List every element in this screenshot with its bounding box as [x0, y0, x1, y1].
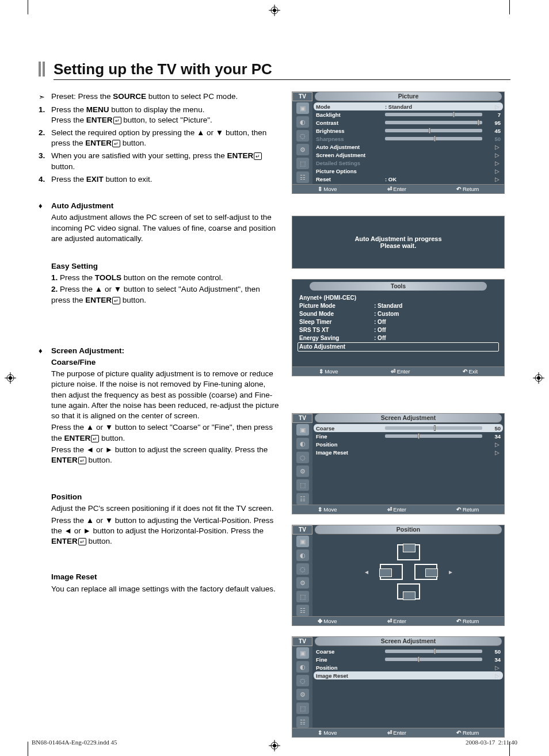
picture-icon: ▣	[296, 424, 309, 436]
setup-icon: ⚙	[296, 577, 309, 589]
osd-footer: ✥ Move ⏎ Enter ↶ Return	[292, 616, 504, 625]
app-icon: ☷	[296, 716, 309, 728]
step-number: 2.	[39, 128, 51, 148]
left-arrow-icon: ◂	[365, 568, 368, 576]
preset-line: Preset: Press the SOURCE button to selec…	[51, 91, 280, 102]
input-icon: ⬚	[296, 158, 309, 169]
osd-row: Backlight7	[316, 110, 501, 119]
position-down-icon	[397, 583, 420, 600]
step-text: Press the MENU button to display the men…	[51, 105, 280, 125]
osd-row: Contrast95	[316, 119, 501, 127]
osd-row: Image Reset▷	[314, 671, 503, 679]
position-para: Press the ▲ or ▼ button to adjusting the…	[51, 516, 280, 547]
position-right-icon	[414, 564, 437, 580]
tools-row: Sound Mode: Custom	[299, 310, 497, 318]
auto-adjustment-title: Auto Adjustment	[51, 201, 280, 211]
registration-mark-icon	[269, 5, 280, 16]
app-icon: ☷	[296, 171, 309, 183]
screen-adjustment-title: Screen Adjustment:	[51, 346, 280, 356]
sound-icon: ◐	[296, 661, 309, 673]
osd-row: Brightness45	[316, 127, 501, 135]
osd-title: Picture	[315, 92, 502, 101]
position-title: Position	[51, 492, 280, 502]
registration-mark-icon	[5, 372, 16, 384]
osd-row: Image Reset▷	[316, 448, 501, 456]
diamond-bullet-icon: ♦	[39, 201, 51, 245]
osd-row: Detailed Settings▷	[316, 159, 501, 167]
sound-icon: ◐	[296, 116, 309, 128]
page-title: Setting up the TV with your PC	[54, 60, 510, 80]
step-text: Select the required option by pressing t…	[51, 128, 280, 148]
screen-adjustment-para: Press the ◄ or ► button to adjust the sc…	[51, 445, 280, 465]
picture-icon: ▣	[296, 536, 309, 547]
tools-row: Auto Adjustment	[298, 342, 499, 352]
channel-icon: ◌	[296, 452, 309, 463]
enter-hint: ⏎ Enter	[387, 186, 406, 192]
osd-screen-adjustment-reset: TV Screen Adjustment ▣ ◐ ◌ ⚙ ⬚ ☷ Coarse5…	[292, 636, 505, 738]
input-icon: ⬚	[296, 591, 309, 602]
osd-footer: ⇕ Move ⏎ Enter ↶ Return	[292, 505, 504, 514]
osd-tools-title: Tools	[310, 282, 487, 291]
osd-row: Sharpness50	[316, 135, 501, 143]
osd-row: Coarse50	[314, 424, 503, 432]
osd-footer: ⇕ Move ⏎ Enter ↶ Return	[292, 728, 504, 737]
input-icon: ⬚	[296, 479, 309, 491]
tools-row: Sleep Timer: Off	[299, 318, 497, 326]
position-grid: ◂ ▸	[312, 534, 504, 609]
osd-row: Coarse50	[316, 647, 501, 655]
osd-row: Position▷	[316, 663, 501, 671]
osd-row: Fine34	[316, 432, 501, 440]
enter-icon	[112, 297, 120, 304]
tools-row: Picture Mode: Standard	[299, 302, 497, 310]
step-number: 1.	[39, 105, 51, 125]
setup-icon: ⚙	[296, 144, 309, 155]
print-footer: BN68-01464A-Eng-0229.indd 45 2008-03-17 …	[32, 739, 517, 746]
osd-row: Mode: Standard▷	[314, 102, 503, 110]
osd-tools-menu: Tools Anynet+ (HDMI-CEC)Picture Mode: St…	[292, 279, 505, 376]
enter-icon	[254, 152, 262, 160]
osd-tab: TV	[292, 92, 312, 101]
osd-row: Picture Options▷	[316, 167, 501, 175]
picture-icon: ▣	[296, 102, 309, 114]
channel-icon: ◌	[296, 563, 309, 575]
osd-screen-adjustment: TV Screen Adjustment ▣ ◐ ◌ ⚙ ⬚ ☷ Coarse5…	[292, 413, 505, 514]
osd-footer: ⇕ Move ⏎ Enter ↶ Return	[292, 184, 504, 193]
screen-adjustment-para: Press the ▲ or ▼ button to select "Coars…	[51, 422, 280, 443]
tools-row: Anynet+ (HDMI-CEC)	[299, 294, 497, 302]
right-arrow-icon: ▸	[449, 568, 452, 576]
screen-adjustment-subtitle: Coarse/Fine	[51, 357, 280, 368]
setup-icon: ⚙	[296, 689, 309, 700]
position-para: Adjust the PC's screen positioning if it…	[51, 503, 280, 514]
registration-mark-icon	[533, 372, 544, 384]
step-text: When you are satisfied with your setting…	[51, 151, 280, 171]
osd-row: Screen Adjustment▷	[316, 151, 501, 159]
step-number: 4.	[39, 174, 51, 185]
osd-picture-menu: TV Picture ▣ ◐ ◌ ⚙ ⬚ ☷ Mode: Standard▷Ba…	[292, 91, 505, 194]
easy-setting-step: 2. Press the ▲ or ▼ button to select "Au…	[51, 284, 280, 305]
page-title-bar: Setting up the TV with your PC	[39, 60, 510, 80]
position-left-icon	[380, 564, 403, 580]
input-icon: ⬚	[296, 702, 309, 714]
channel-icon: ◌	[296, 130, 309, 142]
osd-auto-adjust-msg: Auto Adjustment in progressPlease wait.	[292, 216, 505, 269]
step-number: 3.	[39, 151, 51, 171]
easy-setting-title: Easy Setting	[51, 261, 280, 272]
picture-icon: ▣	[296, 647, 309, 659]
sound-icon: ◐	[296, 438, 309, 449]
app-icon: ☷	[296, 493, 309, 505]
enter-icon	[112, 140, 120, 147]
osd-sidebar: ▣ ◐ ◌ ⚙ ⬚ ☷	[292, 101, 312, 184]
enter-icon	[78, 538, 86, 545]
channel-icon: ◌	[296, 675, 309, 686]
osd-row: Auto Adjustment▷	[316, 143, 501, 151]
osd-row: Fine34	[316, 655, 501, 663]
image-reset-title: Image Reset	[51, 572, 280, 582]
tools-row: SRS TS XT: Off	[299, 326, 497, 334]
easy-setting-step: 1. Press the TOOLS button on the remote …	[51, 273, 280, 283]
sound-icon: ◐	[296, 549, 309, 561]
screen-adjustment-para: The purpose of picture quality adjustmen…	[51, 369, 280, 421]
position-up-icon	[397, 544, 420, 560]
image-reset-para: You can replace all image settings with …	[51, 584, 280, 594]
auto-adjustment-para: Auto adjustment allows the PC screen of …	[51, 212, 280, 244]
return-hint: ↶ Return	[456, 186, 479, 192]
